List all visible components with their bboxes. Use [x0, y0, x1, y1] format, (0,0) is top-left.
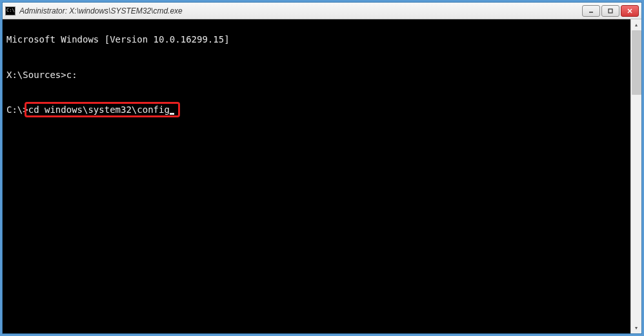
svg-rect-1 [609, 9, 612, 13]
client-area: Microsoft Windows [Version 10.0.16299.15… [3, 19, 641, 333]
scroll-up-arrow[interactable]: ▴ [631, 19, 641, 30]
terminal-output[interactable]: Microsoft Windows [Version 10.0.16299.15… [3, 19, 630, 333]
maximize-button[interactable] [601, 5, 619, 17]
prompt: X:\Sources> [6, 70, 66, 80]
titlebar[interactable]: C:\ Administrator: X:\windows\SYSTEM32\c… [3, 3, 641, 19]
output-line: Microsoft Windows [Version 10.0.16299.15… [6, 34, 627, 45]
close-button[interactable] [621, 5, 639, 17]
command-text: c: [66, 70, 77, 80]
cursor [170, 113, 174, 115]
minimize-button[interactable] [582, 5, 600, 17]
window-title: Administrator: X:\windows\SYSTEM32\cmd.e… [19, 6, 578, 15]
command-prompt-window: C:\ Administrator: X:\windows\SYSTEM32\c… [2, 2, 642, 334]
prompt: C:\> [6, 104, 28, 115]
window-controls [582, 5, 639, 17]
output-line: X:\Sources>c: [6, 69, 627, 81]
scroll-thumb[interactable] [632, 30, 641, 95]
cmd-icon: C:\ [5, 6, 15, 15]
scroll-down-arrow[interactable]: ▾ [631, 322, 641, 333]
vertical-scrollbar[interactable]: ▴ ▾ [630, 19, 641, 333]
output-line: C:\>cd windows\system32\config [6, 104, 627, 115]
command-text: cd windows\system32\config [28, 104, 170, 115]
